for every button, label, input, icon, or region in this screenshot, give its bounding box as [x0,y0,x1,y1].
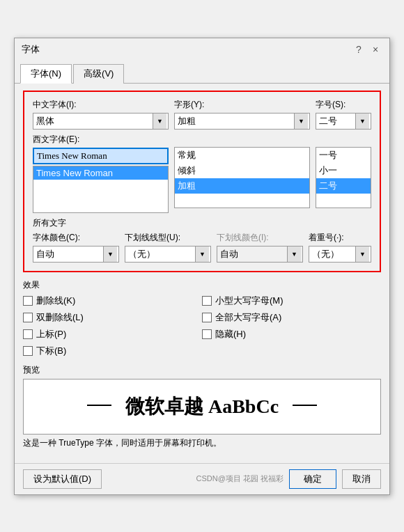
chinese-font-label: 中文字体(I): [33,99,169,111]
underline-style-arrow[interactable]: ▼ [195,247,209,262]
preview-label: 预览 [23,364,381,376]
close-button[interactable]: × [368,42,382,56]
size-col: 字号(S): 二号 ▼ [316,99,371,130]
style-list-item-bold[interactable]: 加粗 [175,178,309,194]
small-caps-label: 小型大写字母(M) [215,295,283,307]
size-value: 二号 [319,115,355,127]
dialog-title: 字体 [22,43,40,56]
tab-advanced[interactable]: 高级(V) [73,64,124,84]
preview-text: 微软卓越 AaBbCc [125,393,279,420]
title-bar-right: ? × [352,42,382,56]
underline-style-label: 下划线线型(U): [125,232,211,244]
all-caps-row: 全部大写字母(A) [202,311,381,324]
preview-box: 微软卓越 AaBbCc [23,379,381,435]
chinese-font-dropdown[interactable]: 黑体 ▼ [33,113,169,130]
emphasis-value: （无） [312,248,355,260]
font-color-arrow[interactable]: ▼ [103,247,117,262]
footer-right: CSDN@项目 花园 祝福彩 确定 取消 [196,469,381,489]
emphasis-label: 着重号(·): [309,232,371,244]
style-col: 字形(Y): 加粗 ▼ [174,99,310,130]
superscript-checkbox[interactable] [23,329,33,339]
effects-label: 效果 [23,279,381,291]
font-list-row: 西文字体(E): Times New Roman 常规 倾斜 加粗 一号 [33,134,371,213]
font-dialog: 字体 ? × 字体(N) 高级(V) 中文字体(I): 黑体 ▼ [14,38,390,495]
emphasis-dropdown[interactable]: （无） ▼ [309,246,371,263]
size-dropdown[interactable]: 二号 ▼ [316,113,371,130]
title-bar: 字体 ? × [15,38,389,59]
help-button[interactable]: ? [352,42,366,56]
font-top-row: 中文字体(I): 黑体 ▼ 字形(Y): 加粗 ▼ 字号(S): [33,99,371,130]
effects-grid: 删除线(K) 双删除线(L) 上标(P) 下标(B) [23,295,381,357]
effects-section: 效果 删除线(K) 双删除线(L) 上标(P) [23,279,381,357]
underline-mark-left [87,405,111,406]
underline-color-label: 下划线颜色(I): [217,232,303,244]
underline-color-dropdown[interactable]: 自动 ▼ [217,246,303,263]
style-list-item-regular[interactable]: 常规 [175,148,309,163]
effects-col-1: 删除线(K) 双删除线(L) 上标(P) 下标(B) [23,295,202,357]
double-strikethrough-row: 双删除线(L) [23,311,202,324]
hidden-checkbox[interactable] [202,329,212,339]
all-caps-label: 全部大写字母(A) [215,311,281,324]
superscript-row: 上标(P) [23,328,202,341]
western-font-listbox[interactable]: Times New Roman [33,166,169,213]
hidden-row: 隐藏(H) [202,328,381,341]
strikethrough-checkbox[interactable] [23,296,33,306]
underline-style-col: 下划线线型(U): （无） ▼ [125,232,211,263]
western-font-list-item[interactable]: Times New Roman [33,166,168,180]
color-row: 字体颜色(C): 自动 ▼ 下划线线型(U): （无） ▼ 下划线颜色(I): [33,232,371,263]
font-color-value: 自动 [36,248,103,260]
small-caps-row: 小型大写字母(M) [202,295,381,307]
underline-color-arrow[interactable]: ▼ [287,247,301,262]
double-strikethrough-checkbox[interactable] [23,313,33,322]
western-font-input[interactable] [33,148,169,164]
style-label: 字形(Y): [174,99,310,111]
ok-button[interactable]: 确定 [289,469,336,489]
size-list-item-small1[interactable]: 小一 [316,163,371,178]
size-label: 字号(S): [316,99,371,111]
footer-left: 设为默认值(D) [23,469,102,489]
tab-font[interactable]: 字体(N) [20,64,72,84]
font-settings-box: 中文字体(I): 黑体 ▼ 字形(Y): 加粗 ▼ 字号(S): [23,91,381,272]
strikethrough-label: 删除线(K) [36,295,75,307]
subscript-checkbox[interactable] [23,346,33,356]
emphasis-col: 着重号(·): （无） ▼ [309,232,371,263]
underline-style-dropdown[interactable]: （无） ▼ [125,246,211,263]
default-button[interactable]: 设为默认值(D) [23,469,102,489]
strikethrough-row: 删除线(K) [23,295,202,307]
underline-color-value: 自动 [220,248,287,260]
style-list-item-italic[interactable]: 倾斜 [175,163,309,178]
western-font-col: 西文字体(E): Times New Roman [33,134,169,213]
preview-note: 这是一种 TrueType 字体，同时适用于屏幕和打印机。 [23,437,381,449]
font-color-dropdown[interactable]: 自动 ▼ [33,246,119,263]
dialog-footer: 设为默认值(D) CSDN@项目 花园 祝福彩 确定 取消 [15,463,389,494]
style-dropdown[interactable]: 加粗 ▼ [174,113,310,130]
chinese-font-col: 中文字体(I): 黑体 ▼ [33,99,169,130]
title-bar-left: 字体 [22,43,40,56]
style-arrow[interactable]: ▼ [294,114,308,129]
style-value: 加粗 [178,115,294,127]
chinese-font-value: 黑体 [36,115,153,127]
style-list-col: 常规 倾斜 加粗 [174,134,310,213]
underline-color-col: 下划线颜色(I): 自动 ▼ [217,232,303,263]
size-list-col: 一号 小一 二号 [316,134,371,213]
font-color-col: 字体颜色(C): 自动 ▼ [33,232,119,263]
small-caps-checkbox[interactable] [202,296,212,306]
preview-underline-row: 微软卓越 AaBbCc [31,393,373,420]
all-caps-checkbox[interactable] [202,313,212,322]
size-list-item-2[interactable]: 二号 [316,178,371,194]
tab-bar: 字体(N) 高级(V) [15,61,389,84]
style-listbox[interactable]: 常规 倾斜 加粗 [174,147,310,208]
chinese-font-arrow[interactable]: ▼ [153,114,166,129]
subscript-row: 下标(B) [23,345,202,357]
emphasis-arrow[interactable]: ▼ [355,247,369,262]
subscript-label: 下标(B) [36,345,66,357]
cancel-button[interactable]: 取消 [342,469,381,489]
underline-mark-right [293,405,317,406]
underline-style-value: （无） [128,248,195,260]
size-listbox[interactable]: 一号 小一 二号 [316,147,371,208]
watermark-text: CSDN@项目 花园 祝福彩 [196,474,283,484]
size-list-item-1[interactable]: 一号 [316,148,371,163]
size-arrow[interactable]: ▼ [355,114,369,129]
effects-col-2: 小型大写字母(M) 全部大写字母(A) 隐藏(H) [202,295,381,357]
superscript-label: 上标(P) [36,328,66,341]
